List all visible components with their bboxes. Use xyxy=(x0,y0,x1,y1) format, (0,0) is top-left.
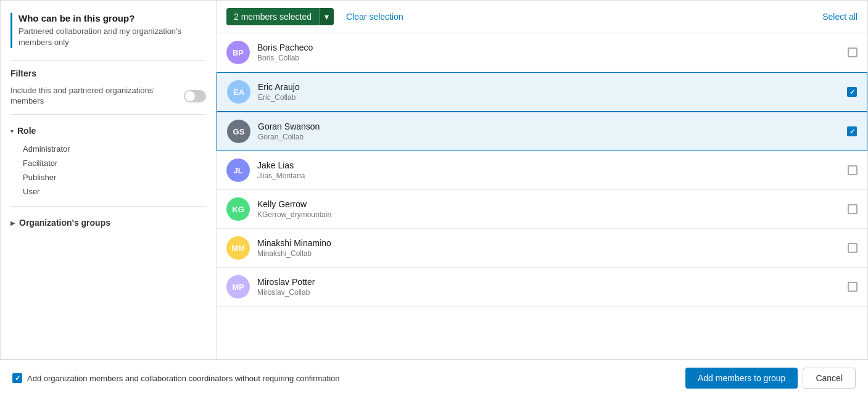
selected-count-btn[interactable]: 2 members selected ▾ xyxy=(226,8,334,25)
divider-1 xyxy=(10,60,206,61)
member-name: Boris Pacheco xyxy=(257,43,840,52)
footer: Add organization members and collaborati… xyxy=(0,360,868,396)
role-chevron-icon: ▾ xyxy=(10,128,14,134)
selected-count-label[interactable]: 2 members selected xyxy=(226,8,319,25)
member-checkbox[interactable] xyxy=(847,87,857,97)
member-avatar: EA xyxy=(227,80,250,104)
sidebar: Who can be in this group? Partnered coll… xyxy=(1,1,217,359)
member-row[interactable]: EAEric AraujoEric_Collab xyxy=(217,72,867,112)
partnered-orgs-toggle[interactable] xyxy=(184,90,206,102)
member-name: Eric Araujo xyxy=(258,82,840,92)
footer-text: Add organization members and collaborati… xyxy=(27,374,340,383)
selected-count-dropdown[interactable]: ▾ xyxy=(319,8,334,25)
org-groups-section-header[interactable]: ▶ Organization's groups xyxy=(10,214,206,231)
member-username: KGerrow_drymountain xyxy=(257,210,840,219)
clear-selection-button[interactable]: Clear selection xyxy=(341,9,408,24)
footer-buttons: Add members to group Cancel xyxy=(685,368,856,389)
role-publisher[interactable]: Publisher xyxy=(23,170,206,184)
member-avatar: BP xyxy=(226,41,250,64)
members-list: BPBoris PachecoBoris_CollabEAEric Araujo… xyxy=(217,33,867,359)
divider-2 xyxy=(10,114,206,115)
member-checkbox[interactable] xyxy=(847,126,857,136)
dropdown-arrow-icon: ▾ xyxy=(324,12,329,22)
divider-3 xyxy=(10,206,206,207)
role-section-header[interactable]: ▾ Role xyxy=(10,122,206,139)
cancel-button[interactable]: Cancel xyxy=(803,368,856,389)
member-info: Minakshi MinaminoMinakshi_Collab xyxy=(257,238,840,258)
sidebar-header-subtitle: Partnered collaboration and my organizat… xyxy=(19,26,206,48)
select-all-button[interactable]: Select all xyxy=(822,12,858,22)
member-username: Miroslav_Collab xyxy=(257,288,840,297)
member-checkbox[interactable] xyxy=(848,282,858,292)
member-row[interactable]: BPBoris PachecoBoris_Collab xyxy=(217,33,867,72)
member-username: Eric_Collab xyxy=(258,93,840,102)
member-info: Miroslav PotterMiroslav_Collab xyxy=(257,277,840,297)
member-username: Minakshi_Collab xyxy=(257,249,840,258)
sidebar-header-title: Who can be in this group? xyxy=(19,13,206,23)
toggle-label: Include this and partnered organizations… xyxy=(10,86,184,107)
org-groups-section-title: Organization's groups xyxy=(19,218,110,228)
member-checkbox[interactable] xyxy=(848,243,858,253)
member-row[interactable]: GSGoran SwansonGoran_Collab xyxy=(217,112,867,151)
top-bar: 2 members selected ▾ Clear selection Sel… xyxy=(217,1,867,33)
member-info: Boris PachecoBoris_Collab xyxy=(257,43,840,62)
role-administrator[interactable]: Administrator xyxy=(23,142,206,156)
sidebar-header: Who can be in this group? Partnered coll… xyxy=(10,13,206,48)
member-checkbox[interactable] xyxy=(848,47,858,57)
footer-checkbox-row: Add organization members and collaborati… xyxy=(12,373,678,383)
member-avatar: MP xyxy=(226,275,250,299)
filters-label: Filters xyxy=(10,68,206,78)
toggle-row: Include this and partnered organizations… xyxy=(10,86,206,107)
member-name: Jake Lias xyxy=(257,160,840,170)
content-area: 2 members selected ▾ Clear selection Sel… xyxy=(217,1,867,359)
member-name: Kelly Gerrow xyxy=(257,199,840,209)
member-row[interactable]: MMMinakshi MinaminoMinakshi_Collab xyxy=(217,229,867,268)
member-name: Minakshi Minamino xyxy=(257,238,840,248)
member-row[interactable]: JLJake LiasJlias_Montana xyxy=(217,151,867,190)
member-name: Goran Swanson xyxy=(258,122,840,131)
member-username: Jlias_Montana xyxy=(257,171,840,180)
role-section-title: Role xyxy=(17,126,36,136)
member-checkbox[interactable] xyxy=(848,165,858,175)
member-avatar: JL xyxy=(226,159,250,182)
role-facilitator[interactable]: Facilitator xyxy=(23,156,206,170)
member-username: Goran_Collab xyxy=(258,133,840,141)
role-user[interactable]: User xyxy=(23,184,206,199)
member-avatar: GS xyxy=(227,120,250,143)
footer-checkbox[interactable] xyxy=(12,373,22,383)
member-name: Miroslav Potter xyxy=(257,277,840,287)
member-info: Eric AraujoEric_Collab xyxy=(258,82,840,102)
org-groups-chevron-icon: ▶ xyxy=(10,220,15,226)
member-username: Boris_Collab xyxy=(257,54,840,62)
role-section-items: Administrator Facilitator Publisher User xyxy=(10,142,206,199)
member-row[interactable]: KGKelly GerrowKGerrow_drymountain xyxy=(217,190,867,229)
member-info: Kelly GerrowKGerrow_drymountain xyxy=(257,199,840,219)
member-info: Jake LiasJlias_Montana xyxy=(257,160,840,180)
member-avatar: MM xyxy=(226,236,250,260)
member-checkbox[interactable] xyxy=(848,204,858,214)
member-info: Goran SwansonGoran_Collab xyxy=(258,122,840,141)
add-members-button[interactable]: Add members to group xyxy=(685,368,798,389)
member-avatar: KG xyxy=(226,197,250,221)
member-row[interactable]: MPMiroslav PotterMiroslav_Collab xyxy=(217,268,867,307)
